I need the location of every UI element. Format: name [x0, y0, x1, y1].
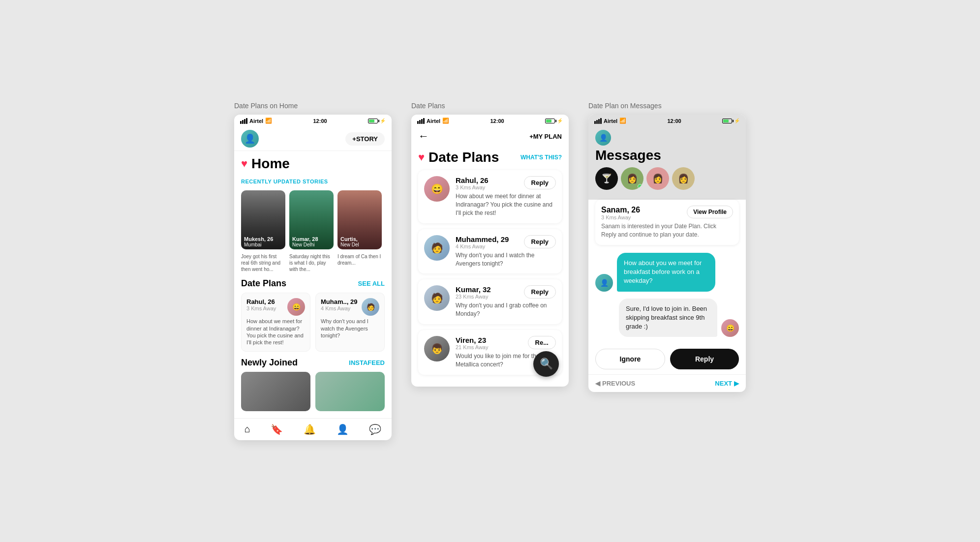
story-card-2[interactable]: Curtis, New Del — [337, 190, 382, 249]
match-card-top: Sanam, 26 3 Kms Away View Profile — [601, 206, 733, 220]
messages-phone: Airtel 📶 12:00 ⚡ 👤 Messages — [588, 115, 746, 392]
stories-circles: 🍸 👩 👩 👩 — [595, 163, 739, 192]
story-card-0[interactable]: Mukesh, 26 Mumbai — [241, 190, 285, 249]
dp-screen-body: 😄 Rahul, 26 3 Kms Away Reply How about w… — [411, 166, 569, 386]
nav-bell-icon[interactable]: 🔔 — [304, 423, 316, 435]
next-arrow-icon: ▶ — [734, 380, 739, 387]
whats-this-link[interactable]: WHAT'S THIS? — [521, 154, 562, 161]
dp-item-msg-1: Why don't you and I watch the Avengers t… — [456, 251, 556, 268]
dp-time: 12:00 — [490, 118, 504, 124]
story-circle-2[interactable]: 👩 — [646, 167, 669, 190]
chat-bubbles: 👤 How about you we meet for breakfast be… — [588, 251, 746, 346]
dp-reply-button-3[interactable]: Re... — [528, 336, 556, 349]
nav-chat-icon[interactable]: 💬 — [369, 423, 381, 435]
next-nav[interactable]: NEXT ▶ — [715, 380, 739, 387]
home-date-plans: Date Plans SEE ALL Rahul, 26 3 Kms Away … — [234, 275, 392, 354]
back-button[interactable]: ← — [418, 130, 429, 143]
dp-item-top-3: Viren, 23 21 Kms Away Re... — [456, 336, 556, 350]
dp-item-msg-0: How about we meet for dinner at Indirana… — [456, 192, 556, 217]
home-status-bar: Airtel 📶 12:00 ⚡ — [234, 115, 392, 126]
dp-card-dist-0: 3 Kms Away — [246, 305, 276, 311]
ignore-button[interactable]: Ignore — [595, 349, 665, 369]
dp-item-avatar-0: 😄 — [424, 176, 450, 202]
wifi-icon: 📶 — [265, 118, 272, 124]
dp-reply-button-2[interactable]: Reply — [524, 285, 556, 299]
battery-icon — [368, 119, 378, 123]
dp-item-dist-1: 4 Kms Away — [456, 243, 509, 249]
home-title-row: ♥ Home — [234, 151, 392, 174]
dp-heart-icon: ♥ — [418, 151, 425, 164]
dp-card-0[interactable]: Rahul, 26 3 Kms Away 😄 How about we meet… — [241, 293, 310, 351]
dp-card-name-1: Muham.., 29 — [321, 298, 357, 305]
story-circle-face-3: 👩 — [672, 167, 695, 190]
carrier-name: Airtel — [249, 118, 263, 124]
nj-photo-1[interactable] — [315, 372, 385, 411]
dp-carrier: Airtel — [427, 118, 440, 124]
dp-item-dist-2: 23 Kms Away — [456, 294, 491, 300]
home-screen-wrapper: Date Plans on Home Airtel 📶 12:00 — [234, 102, 392, 440]
story-name-0: Mukesh, 26 — [244, 236, 282, 242]
nj-photo-0[interactable] — [241, 372, 310, 411]
dp-item-avatar-1: 🧑 — [424, 235, 450, 261]
signal-bar-3 — [244, 119, 245, 124]
story-circle-3[interactable]: 👩 — [672, 167, 695, 190]
user-avatar[interactable]: 👤 — [241, 130, 259, 148]
story-circle-0[interactable]: 🍸 — [595, 167, 618, 190]
story-text-1: Saturday night this is what I do, play w… — [289, 252, 334, 273]
dp-card-header-1: Muham.., 29 4 Kms Away 🧑 — [321, 298, 379, 316]
nav-bookmark-icon[interactable]: 🔖 — [271, 423, 283, 435]
story-info-0: Mukesh, 26 Mumbai — [241, 234, 285, 249]
nav-home-icon[interactable]: ⌂ — [245, 423, 250, 435]
view-profile-button[interactable]: View Profile — [687, 206, 733, 218]
dp-bar-4 — [423, 118, 425, 124]
match-card: Sanam, 26 3 Kms Away View Profile Sanam … — [595, 200, 739, 245]
fab-container: 🔍 — [411, 379, 569, 387]
previous-nav[interactable]: ◀ PREVIOUS — [595, 380, 635, 387]
dp-item-content-1: Muhammed, 29 4 Kms Away Reply Why don't … — [456, 235, 556, 268]
story-name-2: Curtis, — [340, 236, 379, 242]
story-text-2: I dream of Ca then I dream... — [337, 252, 382, 273]
dp-reply-button-0[interactable]: Reply — [524, 176, 556, 189]
instafeed-link[interactable]: INSTAFEED — [349, 359, 385, 366]
story-texts: Joey got his first real 6th string and t… — [234, 252, 392, 275]
msg-user-face: 👤 — [595, 130, 611, 146]
stories-section-header: RECENTLY UPDATED STORIES — [234, 174, 392, 187]
dp-card-1[interactable]: Muham.., 29 4 Kms Away 🧑 Why don't you a… — [315, 293, 385, 351]
add-story-button[interactable]: +STORY — [345, 132, 385, 146]
nav-user-icon[interactable]: 👤 — [337, 423, 349, 435]
dp-item-name-0: Rahul, 26 — [456, 176, 489, 184]
dateplans-phone: Airtel 📶 12:00 ⚡ ← +MY PLAN ♥ Date Plans… — [411, 115, 569, 386]
dp-card-name-0: Rahul, 26 — [246, 298, 276, 305]
my-plan-button[interactable]: +MY PLAN — [529, 133, 562, 140]
msg-user-avatar[interactable]: 👤 — [595, 130, 611, 146]
story-info-1: Kumar, 28 New Delhi — [289, 234, 334, 249]
dp-item-info-0: Rahul, 26 3 Kms Away — [456, 176, 489, 190]
match-info: Sanam, 26 3 Kms Away — [601, 206, 640, 220]
story-card-1[interactable]: Kumar, 28 New Delhi — [289, 190, 334, 249]
msg-status-left: Airtel 📶 — [594, 118, 626, 124]
messages-title: Messages — [595, 148, 739, 163]
dp-card-face-1: 🧑 — [362, 298, 379, 316]
home-header: 👤 +STORY — [234, 126, 392, 151]
signal-bar-4 — [246, 118, 247, 124]
dp-list-item-1: 🧑 Muhammed, 29 4 Kms Away Reply Why don'… — [418, 229, 562, 274]
dp-reply-button-1[interactable]: Reply — [524, 235, 556, 248]
see-all-link[interactable]: SEE ALL — [358, 280, 385, 287]
search-fab-button[interactable]: 🔍 — [533, 351, 559, 377]
dp-item-name-1: Muhammed, 29 — [456, 235, 509, 243]
home-label: Date Plans on Home — [234, 102, 298, 110]
msg-bar-3 — [598, 119, 600, 124]
dp-item-info-2: Kumar, 32 23 Kms Away — [456, 285, 491, 300]
stories-row: Mukesh, 26 Mumbai Kumar, 28 New Delhi — [234, 187, 392, 252]
home-status-left: Airtel 📶 — [240, 118, 272, 124]
dateplans-screen-wrapper: Date Plans Airtel 📶 12:00 ⚡ — [411, 102, 569, 386]
story-circle-1[interactable]: 👩 — [621, 167, 643, 190]
dp-title-row: ♥ Date Plans WHAT'S THIS? — [411, 148, 569, 166]
received-face: 😄 — [721, 319, 739, 337]
nj-photos — [241, 372, 385, 411]
dp-item-info-3: Viren, 23 21 Kms Away — [456, 336, 488, 350]
dp-bolt-icon: ⚡ — [557, 118, 563, 123]
dp-item-top-0: Rahul, 26 3 Kms Away Reply — [456, 176, 556, 190]
dp-card-info-1: Muham.., 29 4 Kms Away — [321, 298, 357, 311]
reply-action-button[interactable]: Reply — [670, 349, 739, 369]
